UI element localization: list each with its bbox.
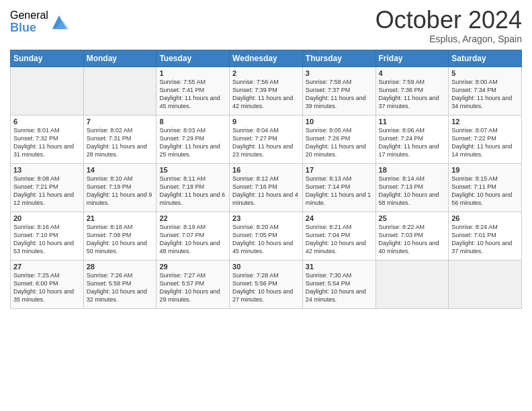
- calendar-cell: 17Sunrise: 8:13 AMSunset: 7:14 PMDayligh…: [302, 163, 375, 212]
- calendar-cell: 26Sunrise: 8:24 AMSunset: 7:01 PMDayligh…: [449, 212, 522, 260]
- day-number: 29: [159, 263, 226, 271]
- calendar-cell: [11, 66, 84, 115]
- calendar-week-1: 1Sunrise: 7:55 AMSunset: 7:41 PMDaylight…: [11, 66, 522, 115]
- day-info: Sunrise: 8:06 AMSunset: 7:24 PMDaylight:…: [379, 126, 446, 159]
- day-number: 23: [232, 214, 300, 222]
- calendar-cell: 19Sunrise: 8:15 AMSunset: 7:11 PMDayligh…: [449, 163, 522, 212]
- logo-text: General Blue: [10, 9, 48, 34]
- day-info: Sunrise: 8:16 AMSunset: 7:10 PMDaylight:…: [13, 223, 81, 256]
- day-info: Sunrise: 8:11 AMSunset: 7:18 PMDaylight:…: [159, 175, 226, 208]
- header: General Blue October 2024 Esplus, Aragon…: [10, 7, 522, 44]
- calendar-cell: 6Sunrise: 8:01 AMSunset: 7:32 PMDaylight…: [11, 115, 84, 163]
- day-info: Sunrise: 7:30 AMSunset: 5:54 PMDaylight:…: [306, 271, 373, 304]
- day-info: Sunrise: 8:07 AMSunset: 7:22 PMDaylight:…: [451, 126, 519, 159]
- day-number: 17: [306, 166, 373, 174]
- day-info: Sunrise: 8:22 AMSunset: 7:03 PMDaylight:…: [379, 223, 446, 256]
- subtitle: Esplus, Aragon, Spain: [375, 34, 522, 44]
- day-number: 2: [232, 69, 300, 77]
- calendar-cell: 11Sunrise: 8:06 AMSunset: 7:24 PMDayligh…: [375, 115, 449, 163]
- day-info: Sunrise: 8:03 AMSunset: 7:29 PMDaylight:…: [159, 126, 226, 159]
- day-info: Sunrise: 8:20 AMSunset: 7:05 PMDaylight:…: [232, 223, 300, 256]
- calendar-cell: 14Sunrise: 8:10 AMSunset: 7:19 PMDayligh…: [83, 163, 157, 212]
- calendar-cell: 8Sunrise: 8:03 AMSunset: 7:29 PMDaylight…: [157, 115, 230, 163]
- day-number: 5: [451, 69, 519, 77]
- day-info: Sunrise: 7:55 AMSunset: 7:41 PMDaylight:…: [159, 78, 226, 111]
- day-number: 15: [159, 166, 226, 174]
- title-block: October 2024 Esplus, Aragon, Spain: [375, 7, 522, 44]
- logo-blue: Blue: [10, 21, 48, 35]
- day-info: Sunrise: 8:13 AMSunset: 7:14 PMDaylight:…: [306, 175, 373, 208]
- day-number: 31: [306, 263, 373, 271]
- day-info: Sunrise: 8:00 AMSunset: 7:34 PMDaylight:…: [451, 78, 519, 111]
- day-info: Sunrise: 8:01 AMSunset: 7:32 PMDaylight:…: [13, 126, 81, 159]
- day-number: 6: [13, 118, 81, 126]
- day-number: 18: [379, 166, 446, 174]
- day-number: 1: [159, 69, 226, 77]
- day-info: Sunrise: 8:05 AMSunset: 7:26 PMDaylight:…: [306, 126, 373, 159]
- header-row: Sunday Monday Tuesday Wednesday Thursday…: [11, 50, 522, 66]
- calendar-cell: 1Sunrise: 7:55 AMSunset: 7:41 PMDaylight…: [157, 66, 230, 115]
- calendar-cell: 25Sunrise: 8:22 AMSunset: 7:03 PMDayligh…: [375, 212, 449, 260]
- day-number: 12: [451, 118, 519, 126]
- calendar-cell: 5Sunrise: 8:00 AMSunset: 7:34 PMDaylight…: [449, 66, 522, 115]
- calendar-cell: 15Sunrise: 8:11 AMSunset: 7:18 PMDayligh…: [157, 163, 230, 212]
- day-number: 22: [159, 214, 226, 222]
- calendar-cell: 3Sunrise: 7:58 AMSunset: 7:37 PMDaylight…: [302, 66, 375, 115]
- day-number: 21: [87, 214, 154, 222]
- calendar-cell: [83, 66, 157, 115]
- calendar-cell: 21Sunrise: 8:18 AMSunset: 7:08 PMDayligh…: [83, 212, 157, 260]
- day-info: Sunrise: 8:02 AMSunset: 7:31 PMDaylight:…: [87, 126, 154, 159]
- calendar-week-2: 6Sunrise: 8:01 AMSunset: 7:32 PMDaylight…: [11, 115, 522, 163]
- calendar-cell: 10Sunrise: 8:05 AMSunset: 7:26 PMDayligh…: [302, 115, 375, 163]
- calendar-cell: 22Sunrise: 8:19 AMSunset: 7:07 PMDayligh…: [157, 212, 230, 260]
- day-info: Sunrise: 7:58 AMSunset: 7:37 PMDaylight:…: [306, 78, 373, 111]
- day-number: 8: [159, 118, 226, 126]
- day-info: Sunrise: 8:14 AMSunset: 7:13 PMDaylight:…: [379, 175, 446, 208]
- calendar-cell: 4Sunrise: 7:59 AMSunset: 7:36 PMDaylight…: [375, 66, 449, 115]
- day-info: Sunrise: 7:26 AMSunset: 5:58 PMDaylight:…: [87, 271, 154, 304]
- logo-icon: [50, 13, 69, 32]
- col-thursday: Thursday: [302, 50, 375, 66]
- calendar-cell: 30Sunrise: 7:28 AMSunset: 5:56 PMDayligh…: [230, 260, 303, 308]
- day-number: 24: [306, 214, 373, 222]
- calendar-cell: 23Sunrise: 8:20 AMSunset: 7:05 PMDayligh…: [230, 212, 303, 260]
- day-number: 14: [87, 166, 154, 174]
- day-info: Sunrise: 8:10 AMSunset: 7:19 PMDaylight:…: [87, 175, 154, 208]
- day-number: 28: [87, 263, 154, 271]
- day-number: 7: [87, 118, 154, 126]
- calendar-cell: 27Sunrise: 7:25 AMSunset: 6:00 PMDayligh…: [11, 260, 84, 308]
- calendar-cell: 13Sunrise: 8:08 AMSunset: 7:21 PMDayligh…: [11, 163, 84, 212]
- day-info: Sunrise: 8:21 AMSunset: 7:04 PMDaylight:…: [306, 223, 373, 256]
- day-info: Sunrise: 8:24 AMSunset: 7:01 PMDaylight:…: [451, 223, 519, 256]
- day-number: 10: [306, 118, 373, 126]
- col-friday: Friday: [375, 50, 449, 66]
- calendar-cell: 20Sunrise: 8:16 AMSunset: 7:10 PMDayligh…: [11, 212, 84, 260]
- day-number: 26: [451, 214, 519, 222]
- day-info: Sunrise: 7:56 AMSunset: 7:39 PMDaylight:…: [232, 78, 300, 111]
- calendar-week-5: 27Sunrise: 7:25 AMSunset: 6:00 PMDayligh…: [11, 260, 522, 308]
- calendar-cell: 29Sunrise: 7:27 AMSunset: 5:57 PMDayligh…: [157, 260, 230, 308]
- calendar-cell: 28Sunrise: 7:26 AMSunset: 5:58 PMDayligh…: [83, 260, 157, 308]
- calendar-cell: 7Sunrise: 8:02 AMSunset: 7:31 PMDaylight…: [83, 115, 157, 163]
- day-number: 20: [13, 214, 81, 222]
- day-info: Sunrise: 7:28 AMSunset: 5:56 PMDaylight:…: [232, 271, 300, 304]
- calendar-cell: 9Sunrise: 8:04 AMSunset: 7:27 PMDaylight…: [230, 115, 303, 163]
- day-info: Sunrise: 7:25 AMSunset: 6:00 PMDaylight:…: [13, 271, 81, 304]
- day-number: 4: [379, 69, 446, 77]
- calendar-cell: 24Sunrise: 8:21 AMSunset: 7:04 PMDayligh…: [302, 212, 375, 260]
- day-info: Sunrise: 7:27 AMSunset: 5:57 PMDaylight:…: [159, 271, 226, 304]
- col-wednesday: Wednesday: [230, 50, 303, 66]
- calendar-cell: 18Sunrise: 8:14 AMSunset: 7:13 PMDayligh…: [375, 163, 449, 212]
- day-number: 3: [306, 69, 373, 77]
- day-number: 11: [379, 118, 446, 126]
- day-number: 25: [379, 214, 446, 222]
- calendar-cell: 31Sunrise: 7:30 AMSunset: 5:54 PMDayligh…: [302, 260, 375, 308]
- day-info: Sunrise: 8:18 AMSunset: 7:08 PMDaylight:…: [87, 223, 154, 256]
- day-number: 27: [13, 263, 81, 271]
- day-info: Sunrise: 8:12 AMSunset: 7:16 PMDaylight:…: [232, 175, 300, 208]
- day-info: Sunrise: 8:19 AMSunset: 7:07 PMDaylight:…: [159, 223, 226, 256]
- calendar-cell: 16Sunrise: 8:12 AMSunset: 7:16 PMDayligh…: [230, 163, 303, 212]
- calendar-cell: [449, 260, 522, 308]
- day-info: Sunrise: 7:59 AMSunset: 7:36 PMDaylight:…: [379, 78, 446, 111]
- day-number: 30: [232, 263, 300, 271]
